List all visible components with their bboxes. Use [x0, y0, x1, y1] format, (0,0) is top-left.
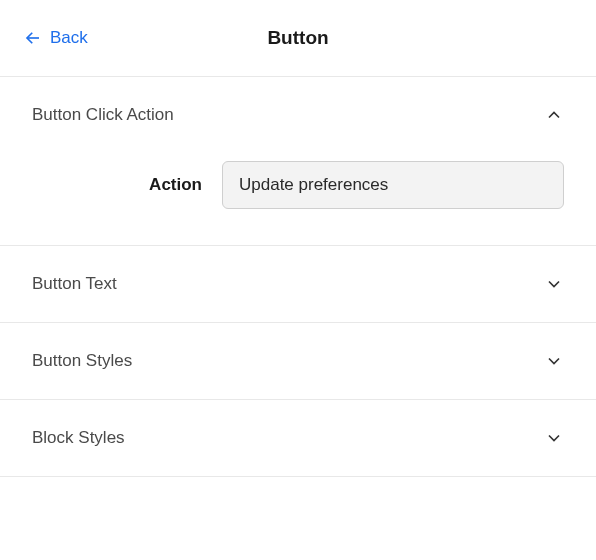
section-title: Block Styles: [32, 428, 125, 448]
section-header-button-click-action[interactable]: Button Click Action: [0, 77, 596, 153]
chevron-down-icon: [544, 351, 564, 371]
section-title: Button Styles: [32, 351, 132, 371]
section-title: Button Text: [32, 274, 117, 294]
action-field-label: Action: [32, 175, 202, 195]
section-button-text: Button Text: [0, 246, 596, 323]
section-header-button-styles[interactable]: Button Styles: [0, 323, 596, 399]
chevron-down-icon: [544, 428, 564, 448]
section-block-styles: Block Styles: [0, 400, 596, 477]
section-header-block-styles[interactable]: Block Styles: [0, 400, 596, 476]
section-body-button-click-action: Action Update preferences: [0, 153, 596, 245]
section-button-styles: Button Styles: [0, 323, 596, 400]
back-label: Back: [50, 28, 88, 48]
header: Back Button: [0, 0, 596, 77]
action-select[interactable]: Update preferences: [222, 161, 564, 209]
chevron-up-icon: [544, 105, 564, 125]
section-header-button-text[interactable]: Button Text: [0, 246, 596, 322]
back-button[interactable]: Back: [24, 28, 88, 48]
page-title: Button: [267, 27, 328, 49]
arrow-left-icon: [24, 29, 42, 47]
chevron-down-icon: [544, 274, 564, 294]
section-button-click-action: Button Click Action Action Update prefer…: [0, 77, 596, 246]
section-title: Button Click Action: [32, 105, 174, 125]
